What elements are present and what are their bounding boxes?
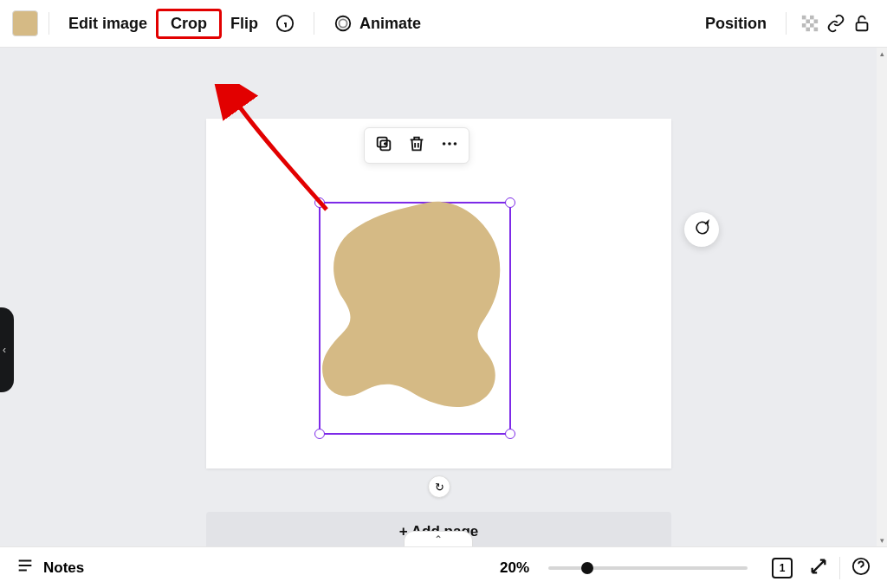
svg-point-1: [336, 16, 351, 31]
link-button[interactable]: [823, 9, 849, 38]
zoom-slider[interactable]: [548, 566, 748, 570]
resize-handle-tr[interactable]: [505, 197, 515, 208]
lock-button[interactable]: [849, 9, 875, 38]
animate-button[interactable]: Animate: [325, 9, 430, 38]
svg-rect-9: [806, 28, 810, 32]
separator: [49, 12, 49, 35]
page-tray-toggle[interactable]: ⌃: [404, 531, 473, 546]
comment-icon: [693, 219, 710, 240]
resize-handle-br[interactable]: [505, 429, 515, 439]
flip-button[interactable]: Flip: [222, 10, 267, 38]
link-icon: [826, 14, 845, 33]
bottom-bar: Notes 20% 1: [0, 546, 887, 588]
unlock-icon: [852, 14, 871, 33]
info-button[interactable]: [267, 9, 303, 38]
chevron-up-icon: ⌃: [434, 533, 443, 546]
more-icon: [440, 134, 459, 157]
vertical-scrollbar[interactable]: [877, 48, 887, 546]
top-toolbar: Edit image Crop Flip Animate Position: [0, 0, 887, 48]
help-icon: [851, 557, 871, 579]
svg-point-20: [454, 142, 457, 145]
transparency-icon: [800, 14, 819, 33]
animate-label: Animate: [359, 15, 421, 33]
svg-rect-10: [814, 28, 819, 32]
resize-handle-bl[interactable]: [314, 429, 325, 439]
color-swatch[interactable]: [12, 10, 38, 36]
more-button[interactable]: [439, 135, 460, 156]
zoom-level-label: 20%: [500, 559, 529, 577]
svg-rect-8: [810, 23, 814, 28]
svg-rect-7: [802, 23, 806, 28]
canvas-page[interactable]: [206, 119, 671, 468]
edit-image-button[interactable]: Edit image: [60, 10, 156, 38]
separator: [786, 12, 787, 35]
svg-point-19: [448, 142, 451, 145]
selected-blob-shape[interactable]: [317, 195, 518, 411]
position-button[interactable]: Position: [696, 10, 775, 38]
fullscreen-button[interactable]: [808, 558, 829, 578]
help-button[interactable]: [851, 558, 871, 578]
comment-button[interactable]: [684, 212, 719, 247]
svg-point-18: [443, 142, 446, 145]
svg-rect-11: [857, 23, 868, 30]
crop-button[interactable]: Crop: [156, 9, 222, 39]
crop-label: Crop: [171, 15, 207, 33]
notes-icon: [16, 556, 35, 579]
canvas-area: ‹: [0, 48, 877, 546]
flip-label: Flip: [230, 15, 258, 33]
page-count-label: 1: [780, 562, 786, 574]
separator: [314, 12, 314, 35]
svg-rect-4: [810, 16, 814, 20]
svg-rect-3: [802, 16, 806, 20]
info-icon: [275, 14, 295, 33]
duplicate-button[interactable]: [373, 135, 394, 156]
sync-icon: ↻: [435, 481, 444, 494]
duplicate-icon: [374, 134, 393, 157]
edit-image-label: Edit image: [68, 15, 147, 33]
notes-label: Notes: [43, 559, 84, 577]
side-panel-tab[interactable]: ‹: [0, 307, 14, 392]
page-count-button[interactable]: 1: [772, 558, 793, 578]
resize-handle-tl[interactable]: [314, 197, 325, 208]
svg-rect-6: [814, 19, 819, 23]
fullscreen-icon: [809, 557, 828, 579]
svg-rect-5: [806, 19, 810, 23]
animate-icon: [333, 14, 353, 33]
svg-point-2: [339, 19, 346, 27]
separator: [839, 557, 840, 579]
position-label: Position: [705, 15, 767, 33]
transparency-button[interactable]: [797, 9, 823, 38]
selection-frame[interactable]: [319, 202, 511, 435]
delete-button[interactable]: [406, 135, 427, 156]
notes-button[interactable]: Notes: [16, 556, 84, 579]
zoom-thumb[interactable]: [581, 562, 593, 574]
trash-icon: [407, 134, 426, 157]
context-toolbar: [364, 127, 469, 164]
rotate-sync-button[interactable]: ↻: [428, 475, 450, 498]
